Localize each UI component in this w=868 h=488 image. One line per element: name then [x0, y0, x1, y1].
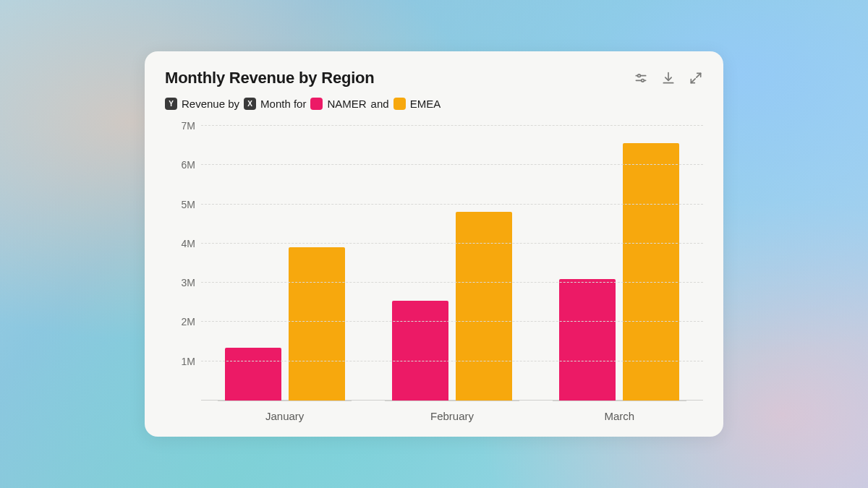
download-icon[interactable] [661, 71, 676, 85]
gridline [201, 204, 703, 205]
bar-group [536, 126, 703, 401]
bar-namer [225, 348, 281, 401]
legend-swatch-namer [310, 98, 323, 110]
y-tick-label: 3M [182, 277, 195, 288]
y-axis: 1M2M3M4M5M6M7M [165, 126, 201, 401]
bar-group [368, 126, 535, 401]
card-actions [634, 71, 703, 85]
bar-emea [623, 143, 679, 401]
x-tick-label: January [201, 401, 368, 422]
chart-title: Monthly Revenue by Region [165, 69, 375, 87]
gridline [201, 361, 703, 361]
bar-group [201, 126, 368, 401]
chart-plot: 1M2M3M4M5M6M7M [165, 126, 703, 401]
expand-icon[interactable] [689, 71, 703, 85]
y-tick-label: 7M [182, 120, 195, 132]
y-tick-label: 1M [182, 356, 195, 367]
card-header: Monthly Revenue by Region [165, 69, 703, 87]
svg-point-3 [642, 80, 644, 82]
legend-series-namer: NAMER [327, 98, 366, 110]
y-tick-label: 5M [182, 199, 195, 210]
bar-groups [201, 126, 703, 401]
x-axis: JanuaryFebruaryMarch [201, 401, 703, 422]
gridline [201, 164, 703, 165]
legend-series-emea: EMEA [410, 98, 441, 110]
bar-namer [392, 301, 448, 401]
legend-text: Month for [260, 98, 306, 110]
gridline [201, 282, 703, 283]
legend-text: and [371, 98, 389, 110]
chart-card: Monthly Revenue by Region Y Revenue by X… [145, 51, 723, 437]
x-tick-label: March [536, 401, 703, 422]
chart-legend: Y Revenue by X Month for NAMER and EMEA [165, 98, 703, 110]
y-tick-label: 6M [182, 159, 195, 171]
settings-icon[interactable] [634, 71, 648, 85]
y-tick-label: 4M [182, 238, 195, 249]
x-tick-label: February [368, 401, 535, 422]
x-axis-badge: X [244, 98, 256, 110]
y-tick-label: 2M [182, 316, 195, 328]
legend-text: Revenue by [182, 98, 239, 110]
legend-swatch-emea [393, 98, 406, 110]
y-axis-badge: Y [165, 98, 177, 110]
bar-namer [559, 279, 616, 401]
bar-emea [289, 247, 345, 401]
svg-point-2 [638, 74, 641, 77]
gridline [201, 125, 703, 126]
gridline [201, 321, 703, 322]
bar-emea [456, 212, 512, 401]
chart-grid [201, 126, 703, 401]
gridline [201, 243, 703, 244]
